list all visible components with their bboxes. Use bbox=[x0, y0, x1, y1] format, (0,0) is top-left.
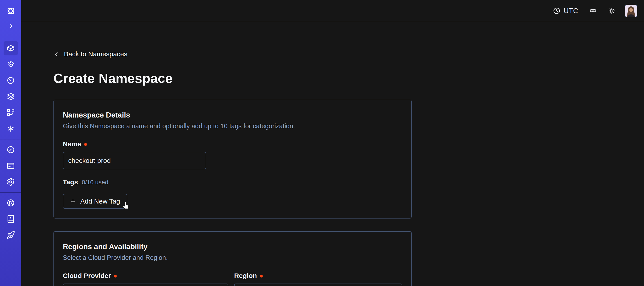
sidebar-item-settings[interactable] bbox=[4, 175, 18, 189]
sun-icon bbox=[608, 7, 616, 15]
main-content: Back to Namespaces Create Namespace Name… bbox=[21, 22, 644, 286]
card-subtitle: Select a Cloud Provider and Region. bbox=[63, 254, 402, 262]
card-subtitle: Give this Namespace a name and optionall… bbox=[63, 122, 402, 130]
back-link[interactable]: Back to Namespaces bbox=[54, 50, 127, 58]
sidebar-item-billing[interactable] bbox=[4, 159, 18, 173]
theme-toggle-button[interactable] bbox=[608, 7, 616, 15]
region-columns: Cloud Provider Select Cloud Provider Reg… bbox=[63, 272, 402, 286]
region-label: Region bbox=[234, 272, 257, 280]
clock-icon bbox=[553, 7, 560, 14]
page-title: Create Namespace bbox=[54, 71, 644, 86]
chevron-left-icon bbox=[54, 51, 60, 57]
chevron-right-icon bbox=[8, 23, 14, 29]
billing-card-icon bbox=[6, 162, 15, 170]
sidebar-item-usage[interactable] bbox=[4, 143, 18, 157]
sidebar bbox=[0, 0, 21, 286]
required-dot bbox=[260, 275, 263, 278]
expand-sidebar-button[interactable] bbox=[8, 23, 14, 29]
lifebuoy-icon bbox=[6, 199, 15, 207]
tags-used-count: 0/10 used bbox=[82, 179, 108, 186]
cube-icon bbox=[6, 44, 15, 52]
namespace-details-card: Namespace Details Give this Namespace a … bbox=[54, 100, 412, 219]
timezone-label: UTC bbox=[564, 7, 578, 15]
clock-timer-icon bbox=[6, 76, 15, 85]
topbar: UTC bbox=[21, 0, 644, 22]
name-input[interactable] bbox=[63, 152, 206, 169]
tags-label-row: Tags 0/10 used bbox=[63, 178, 402, 186]
region-select[interactable]: Select Region bbox=[234, 284, 402, 286]
sidebar-item-deployments[interactable] bbox=[4, 89, 18, 104]
card-title: Namespace Details bbox=[63, 111, 402, 120]
tags-label: Tags bbox=[63, 178, 78, 186]
sidebar-item-docs[interactable] bbox=[4, 212, 18, 226]
sidebar-item-batch-operations[interactable] bbox=[4, 122, 18, 136]
sidebar-item-getting-started[interactable] bbox=[4, 228, 18, 242]
required-dot bbox=[84, 143, 87, 146]
glasses-icon bbox=[589, 7, 597, 15]
name-label: Name bbox=[63, 140, 81, 148]
book-sparkles-icon bbox=[6, 215, 15, 223]
region-field: Region Select Region bbox=[234, 272, 402, 286]
user-avatar[interactable] bbox=[625, 5, 637, 17]
name-label-row: Name bbox=[63, 140, 402, 148]
cloud-provider-field: Cloud Provider Select Cloud Provider bbox=[63, 272, 228, 286]
sidebar-item-nexus[interactable] bbox=[4, 105, 18, 120]
sidebar-divider bbox=[0, 192, 21, 193]
sidebar-item-schedules[interactable] bbox=[4, 73, 18, 88]
region-label-row: Region bbox=[234, 272, 402, 280]
sidebar-nav-help bbox=[4, 196, 18, 242]
cloud-provider-label-row: Cloud Provider bbox=[63, 272, 228, 280]
timezone-button[interactable]: UTC bbox=[553, 7, 578, 15]
required-dot bbox=[114, 275, 117, 278]
add-new-tag-label: Add New Tag bbox=[80, 198, 120, 205]
rocket-icon bbox=[6, 231, 15, 239]
branch-icon bbox=[6, 108, 15, 117]
sidebar-divider bbox=[0, 139, 21, 139]
sidebar-item-workflows[interactable] bbox=[4, 57, 18, 71]
layers-icon bbox=[6, 92, 15, 101]
plus-icon bbox=[70, 198, 76, 204]
gear-icon bbox=[6, 178, 15, 186]
sidebar-nav-account bbox=[4, 143, 18, 189]
regions-card: Regions and Availability Select a Cloud … bbox=[54, 231, 412, 286]
sidebar-item-namespaces[interactable] bbox=[4, 41, 18, 55]
spiral-icon bbox=[6, 60, 15, 69]
sidebar-item-support[interactable] bbox=[4, 196, 18, 210]
gauge-icon bbox=[6, 145, 15, 154]
temporal-logo-icon[interactable] bbox=[6, 6, 16, 16]
card-title: Regions and Availability bbox=[63, 242, 402, 251]
add-new-tag-button[interactable]: Add New Tag bbox=[63, 194, 127, 209]
asterisk-icon bbox=[6, 124, 15, 133]
cloud-provider-label: Cloud Provider bbox=[63, 272, 111, 280]
cloud-provider-select[interactable]: Select Cloud Provider bbox=[63, 284, 228, 286]
back-link-label: Back to Namespaces bbox=[64, 50, 127, 58]
labs-toggle-button[interactable] bbox=[589, 7, 597, 15]
sidebar-nav-primary bbox=[4, 41, 18, 136]
